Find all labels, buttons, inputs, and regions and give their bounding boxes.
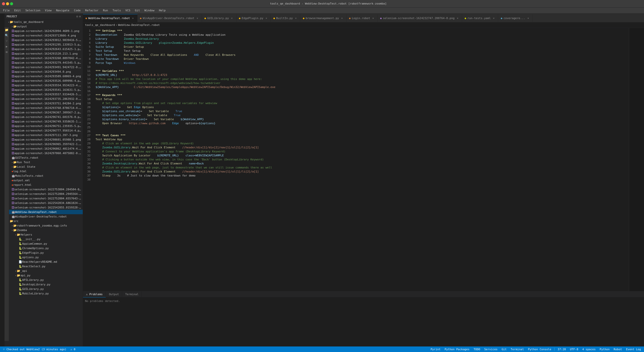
sidebar-item-57[interactable]: 🐍 GUILibrary.py [5, 287, 83, 291]
status-git[interactable]: Git [501, 348, 508, 351]
status-file-type[interactable]: Robot [613, 348, 623, 351]
status-problems[interactable]: ⚠ 0 [69, 348, 76, 351]
tab-5[interactable]: ●browsermanagement.py× [300, 14, 346, 22]
sidebar-item-8[interactable]: 🖼 appium-screenshot-1624293491.9424722-0… [5, 65, 83, 69]
status-line-col[interactable]: 37:20 [556, 348, 567, 351]
menu-help[interactable]: Help [157, 8, 168, 13]
status-terminal[interactable]: Terminal [510, 348, 525, 351]
menu-selection[interactable]: Selection [23, 8, 42, 13]
sidebar-item-11[interactable]: 🖼 appium-screenshot-1624293526.609996-4.… [5, 78, 83, 83]
activity-search-icon[interactable]: 🔍 [5, 34, 9, 37]
window-controls[interactable] [2, 2, 13, 5]
close-button[interactable] [2, 2, 5, 5]
tab-4[interactable]: ●BuiltIn.py× [271, 14, 300, 22]
sidebar-item-45[interactable]: 📂 Helpers [5, 232, 83, 237]
sidebar-item-33[interactable]: ◆ output.xml [5, 178, 83, 183]
sidebar-item-25[interactable]: 🖼 appium-screenshot-1624296965.3597422-1… [5, 142, 83, 146]
sidebar-item-9[interactable]: 🖼 appium-screenshot-1624293494.0.png [5, 69, 83, 74]
status-indent[interactable]: 4 spaces [581, 348, 597, 351]
status-git-branch[interactable]: ⑂ Checked out WebView2 (3 minutes ago) [2, 348, 67, 351]
sidebar-item-30[interactable]: 📂 Local State [5, 164, 83, 169]
sidebar-item-41[interactable]: 🤖 WinAppDriver-DesktopTests.robot [5, 214, 83, 219]
sidebar-item-3[interactable]: 🖼 appium-screenshot-1624291295.133913-5.… [5, 42, 83, 47]
sidebar-item-56[interactable]: 🐍 DesktopLibrary.py [5, 282, 83, 287]
tab-close-3[interactable]: × [265, 17, 268, 20]
menu-navigate[interactable]: Navigate [54, 8, 71, 13]
menu-git[interactable]: Git [133, 8, 142, 13]
sidebar-item-7[interactable]: 🖼 appium-screenshot-1624293279.441545-5.… [5, 60, 83, 65]
activity-explorer-icon[interactable]: 📁 [5, 28, 9, 32]
sidebar-item-47[interactable]: 🐍 AppiumCommon.py [5, 241, 83, 246]
tab-close-5[interactable]: × [340, 17, 344, 20]
sidebar-item-28[interactable]: 🤖 GUITests.robot [5, 155, 83, 160]
tab-0[interactable]: ●WebView-DesktopTest.robot× [83, 14, 138, 22]
tab-6[interactable]: ●Login.robot× [347, 14, 378, 22]
sidebar-item-32[interactable]: 🤖 MobileTests.robot [5, 173, 83, 178]
sidebar-settings-icon[interactable]: ⚙ [79, 15, 81, 18]
status-event-log[interactable]: Event Log [625, 348, 642, 351]
sidebar-item-24[interactable]: 🖼 appium-screenshot-1624298601.05988-1.p… [5, 137, 83, 142]
sidebar-item-23[interactable]: 🖼 appium-screenshot-1624297111.397-3.png [5, 133, 83, 137]
status-python-packages[interactable]: Python Packages [444, 348, 470, 351]
tab-close-9[interactable]: × [527, 17, 530, 20]
menu-vcs[interactable]: VCS [123, 8, 133, 13]
tab-output[interactable]: Output [106, 291, 122, 297]
menu-code[interactable]: Code [72, 8, 83, 13]
sidebar-item-40[interactable]: 🤖 WebView-DesktopTest.robot [5, 210, 83, 214]
sidebar-item-5[interactable]: 🖼 appium-screenshot-1624291520.213.1.png [5, 51, 83, 56]
activity-debug-icon[interactable]: ▶ [5, 45, 9, 48]
sidebar-item-42[interactable]: 📂 src [5, 219, 83, 223]
tab-1[interactable]: ●WinAppDriver-DesktopTests.robot× [138, 14, 202, 22]
sidebar-item-54[interactable]: 📂 api_py [5, 273, 83, 278]
sidebar-item-26[interactable]: 🖼 appium-screenshot-1624296862.4011474-4… [5, 146, 83, 151]
sidebar-item-20[interactable]: 🖼 appium-screenshot-1624296749.9358635-1… [5, 119, 83, 124]
sidebar-item-2[interactable]: 🖼 appium-screenshot-1624293012.9839416-5… [5, 38, 83, 42]
status-encoding[interactable]: UTF-8 [569, 348, 579, 351]
tab-close-4[interactable]: × [294, 17, 297, 20]
sidebar-item-1[interactable]: 🖼 appium-screenshot-1624293713666-4.png [5, 33, 83, 38]
menu-file[interactable]: File [1, 8, 12, 13]
sidebar-item-4[interactable]: 🖼 appium-screenshot-1624292643.615425-1.… [5, 47, 83, 51]
menu-edit[interactable]: Edit [12, 8, 23, 13]
tab-problems[interactable]: ⚠ Problems [83, 291, 106, 297]
status-python-version[interactable]: Python [599, 348, 611, 351]
code-editor[interactable]: *** Settings ***Documentation Zoomba GUI… [94, 28, 629, 291]
sidebar-item-52[interactable]: 🐍 ReactSelect.py [5, 264, 83, 269]
sidebar-item-root[interactable]: 📂 tools_qe_dashboard [5, 20, 83, 24]
tab-3[interactable]: ●EdgePlugin.py× [236, 14, 271, 22]
breadcrumb-root[interactable]: tools_qe_dashboard [85, 23, 115, 27]
sidebar-item-53[interactable]: 📂 _api [5, 269, 83, 273]
menu-window[interactable]: Window [142, 8, 156, 13]
tab-2[interactable]: ●GUILibrary.py× [202, 14, 236, 22]
status-python-console[interactable]: Python Console [527, 348, 552, 351]
sidebar-item-13[interactable]: 🖼 appium-screenshot-1624293541.163631-5.… [5, 87, 83, 92]
menu-run[interactable]: Run [101, 8, 110, 13]
sidebar-item-49[interactable]: 🐍 EdgePlugin.py [5, 250, 83, 255]
sidebar-item-37[interactable]: 🖼 selenium-screenshot-1622752804.6557643… [5, 196, 83, 201]
tab-8[interactable]: ●run-tests.yaml× [462, 14, 498, 22]
sidebar-item-35[interactable]: 🖼 selenium-screenshot-1622753804.284504-… [5, 187, 83, 192]
tab-7[interactable]: ●selenium-screenshot-1624232747.200764-0… [378, 14, 462, 22]
sidebar-item-18[interactable]: 🖼 appium-screenshot-1624296367.309567-2.… [5, 110, 83, 115]
tab-close-2[interactable]: × [230, 17, 234, 20]
sidebar-item-29[interactable]: 📂 Run Test [5, 160, 83, 164]
sidebar-item-55[interactable]: 🐍 APILibrary.py [5, 278, 83, 282]
tab-close-0[interactable]: × [131, 17, 135, 20]
sidebar-item-14[interactable]: 🖼 appium-screenshot-1624293557.9334426-5… [5, 92, 83, 97]
sidebar-item-39[interactable]: 🖼 selenium-screenshot-1622542855.0159328… [5, 205, 83, 210]
sidebar-item-50[interactable]: 🐍 options.py [5, 255, 83, 259]
menu-tools[interactable]: Tools [110, 8, 123, 13]
sidebar-item-43[interactable]: 📂 robotframework_zoomba.egg-info [5, 223, 83, 228]
minimize-button[interactable] [6, 2, 9, 5]
tab-terminal[interactable]: Terminal [122, 291, 142, 297]
sidebar-item-17[interactable]: 🖼 appium-screenshot-1624293768.8786714-4… [5, 106, 83, 110]
tab-9[interactable]: ●coveragere...× [498, 14, 533, 22]
sidebar-item-22[interactable]: 🖼 appium-screenshot-1624296777.956514-4.… [5, 128, 83, 133]
status-services[interactable]: Services [483, 348, 499, 351]
maximize-button[interactable] [10, 2, 13, 5]
activity-extensions-icon[interactable]: ⊞ [5, 50, 9, 54]
sidebar-item-21[interactable]: 🖼 appium-screenshot-1624296751.235935-5.… [5, 124, 83, 128]
sidebar-item-6[interactable]: 🖼 appium-screenshot-1624293260.8897042-4… [5, 56, 83, 60]
sidebar-item-31[interactable]: ◆ log.html [5, 169, 83, 173]
sidebar-item-36[interactable]: 🖼 selenium-screenshot-1622752804.2945564… [5, 192, 83, 196]
